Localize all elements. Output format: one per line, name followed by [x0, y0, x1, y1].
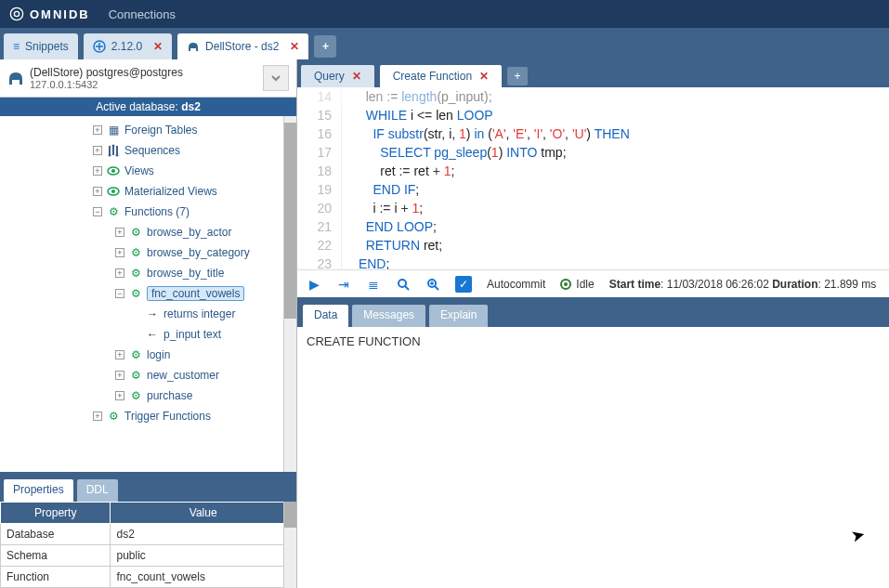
logo-icon — [9, 7, 24, 21]
gear-icon: ⚙ — [106, 204, 121, 219]
close-icon[interactable]: ✕ — [479, 70, 489, 83]
tab-messages[interactable]: Messages — [352, 305, 425, 327]
gutter: 19 — [297, 180, 342, 199]
tree-node-trigger-functions[interactable]: +⚙Trigger Functions — [0, 406, 293, 426]
main-area: (DellStore) postgres@postgres 127.0.0.1:… — [0, 59, 889, 588]
props-scrollbar[interactable] — [283, 502, 296, 588]
output-panel: CREATE FUNCTION ➤ — [297, 327, 889, 588]
expand-icon[interactable]: + — [115, 228, 124, 237]
list-button[interactable]: ≣ — [366, 277, 381, 292]
svg-point-4 — [112, 145, 115, 148]
tab-dellstore-label: DellStore - ds2 — [205, 40, 279, 53]
svg-point-10 — [399, 280, 406, 287]
node-label: browse_by_category — [147, 246, 250, 259]
col-value: Value — [111, 503, 296, 524]
tree-node-param[interactable]: ←p_input text — [0, 324, 293, 345]
close-icon[interactable]: ✕ — [352, 70, 361, 83]
expand-icon[interactable]: + — [115, 371, 124, 380]
gutter: 17 — [297, 143, 342, 162]
active-db-prefix: Active database: — [96, 100, 181, 113]
tree-node-functions[interactable]: −⚙Functions (7) — [0, 202, 293, 222]
tree-node-returns[interactable]: →returns integer — [0, 304, 293, 324]
node-label: returns integer — [163, 307, 235, 320]
add-tab-button[interactable]: + — [314, 35, 336, 58]
tree-node-fn-new-customer[interactable]: +⚙new_customer — [0, 365, 293, 385]
tree-node-foreign-tables[interactable]: +▦Foreign Tables — [0, 120, 293, 140]
tab-data[interactable]: Data — [303, 305, 348, 327]
tree-node-fn-browse-category[interactable]: +⚙browse_by_category — [0, 242, 293, 263]
gutter: 16 — [297, 124, 342, 143]
svg-point-0 — [10, 7, 22, 20]
top-tab-strip: ≡ Snippets 2.12.0 ✕ DellStore - ds2 ✕ + — [0, 28, 889, 59]
expand-icon[interactable]: + — [93, 412, 102, 421]
node-label: purchase — [147, 389, 192, 402]
status-dot-icon — [560, 279, 571, 290]
object-tree: +▦Foreign Tables +Sequences +Views +Mate… — [0, 116, 296, 472]
tree-node-fn-count-vowels[interactable]: −⚙fnc_count_vowels — [0, 283, 293, 304]
gear-icon: ⚙ — [128, 225, 143, 240]
close-icon[interactable]: ✕ — [153, 40, 163, 53]
node-label: Materialized Views — [124, 185, 217, 198]
tab-create-function[interactable]: Create Function✕ — [380, 65, 502, 87]
gutter: 14 — [297, 87, 342, 106]
expand-icon[interactable]: + — [115, 350, 124, 359]
svg-point-3 — [109, 154, 111, 157]
run-button[interactable]: ▶ — [307, 277, 321, 292]
eye-icon — [106, 163, 121, 178]
tab-dellstore[interactable]: DellStore - ds2 ✕ — [177, 33, 308, 59]
indent-button[interactable]: ⇥ — [336, 277, 351, 292]
expand-icon[interactable]: + — [93, 166, 102, 176]
search-button[interactable] — [396, 277, 411, 292]
gear-icon: ⚙ — [128, 266, 143, 281]
gear-icon: ⚙ — [106, 409, 121, 424]
svg-point-9 — [111, 189, 115, 193]
tree-node-fn-browse-actor[interactable]: +⚙browse_by_actor — [0, 222, 293, 242]
expand-icon[interactable]: + — [115, 248, 124, 257]
tree-scrollbar[interactable] — [283, 116, 296, 472]
start-time-label: Start time — [609, 278, 660, 291]
collapse-icon[interactable]: − — [115, 289, 124, 298]
conn-dropdown[interactable] — [263, 65, 289, 91]
expand-icon[interactable]: + — [93, 125, 102, 135]
expand-icon[interactable]: + — [115, 391, 124, 400]
prop-key: Schema — [1, 545, 111, 567]
tree-node-fn-login[interactable]: +⚙login — [0, 345, 293, 365]
add-editor-tab[interactable]: + — [507, 67, 528, 85]
output-tabs: Data Messages Explain — [297, 301, 889, 327]
expand-icon[interactable]: + — [93, 146, 102, 155]
duration-label: Duration — [772, 278, 817, 291]
connections-link[interactable]: Connections — [109, 7, 176, 21]
col-property: Property — [1, 503, 111, 524]
zoom-button[interactable] — [425, 277, 440, 292]
autocommit-checkbox[interactable]: ✓ — [455, 276, 472, 293]
editor-toolbar: ▶ ⇥ ≣ ✓ Autocommit Idle Start time: 11/0… — [297, 269, 889, 301]
gear-icon: ⚙ — [128, 368, 143, 383]
svg-line-13 — [435, 286, 438, 290]
node-label: Views — [124, 164, 154, 177]
tab-explain[interactable]: Explain — [429, 305, 488, 327]
prop-val: fnc_count_vowels — [111, 567, 296, 588]
code-editor[interactable]: 14 len := length(p_input); 15 WHILE i <=… — [297, 87, 889, 269]
tab-postgres-label: 2.12.0 — [111, 40, 142, 53]
tab-properties[interactable]: Properties — [4, 479, 73, 502]
tab-snippets-label: Snippets — [25, 40, 69, 53]
mouse-cursor-icon: ➤ — [848, 523, 867, 546]
tree-node-fn-browse-title[interactable]: +⚙browse_by_title — [0, 263, 293, 283]
tab-postgres[interactable]: 2.12.0 ✕ — [84, 33, 172, 59]
tree-node-sequences[interactable]: +Sequences — [0, 140, 293, 161]
tree-node-views[interactable]: +Views — [0, 161, 293, 181]
tree-node-matviews[interactable]: +Materialized Views — [0, 181, 293, 202]
tree-node-fn-purchase[interactable]: +⚙purchase — [0, 385, 293, 406]
elephant-icon — [187, 40, 200, 53]
tab-ddl[interactable]: DDL — [77, 479, 118, 502]
node-label: new_customer — [147, 369, 219, 382]
expand-icon[interactable]: + — [115, 268, 124, 278]
close-icon[interactable]: ✕ — [290, 40, 299, 53]
expand-icon[interactable]: + — [93, 187, 102, 196]
tab-query[interactable]: Query✕ — [301, 65, 374, 87]
eye-icon — [106, 184, 121, 199]
collapse-icon[interactable]: − — [93, 207, 102, 216]
tab-snippets[interactable]: ≡ Snippets — [4, 33, 78, 59]
autocommit-label: Autocommit — [487, 278, 545, 291]
svg-point-7 — [111, 169, 115, 173]
